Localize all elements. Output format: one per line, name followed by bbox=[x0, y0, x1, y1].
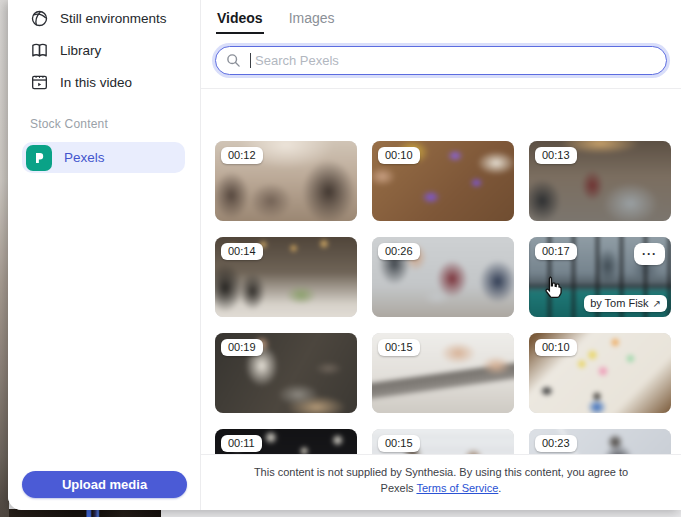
duration-badge: 00:13 bbox=[535, 147, 577, 164]
video-thumbnail[interactable]: 00:11 bbox=[215, 429, 357, 455]
video-thumbnail[interactable]: 00:19 bbox=[215, 333, 357, 413]
sidebar-item-label: Library bbox=[60, 43, 101, 58]
author-attribution-link[interactable]: by Tom Fisk ↗ bbox=[584, 295, 667, 312]
video-thumbnail[interactable]: 00:15 bbox=[372, 333, 514, 413]
sidebar-item-label: Still environments bbox=[60, 11, 167, 26]
duration-badge: 00:10 bbox=[535, 339, 577, 356]
video-thumbnail[interactable]: 00:13 bbox=[529, 141, 671, 221]
video-thumbnail[interactable]: 00:26 bbox=[372, 237, 514, 317]
duration-badge: 00:11 bbox=[221, 435, 262, 452]
pexels-logo-icon bbox=[26, 145, 52, 171]
more-options-button[interactable]: ··· bbox=[634, 243, 665, 265]
search-icon bbox=[226, 53, 241, 68]
editor-timeline-strip bbox=[4, 509, 161, 517]
video-thumbnail[interactable]: 00:12 bbox=[215, 141, 357, 221]
sidebar-item-library[interactable]: Library bbox=[8, 36, 200, 64]
sidebar-item-label: In this video bbox=[60, 75, 132, 90]
duration-badge: 00:15 bbox=[378, 339, 420, 356]
duration-badge: 00:10 bbox=[378, 147, 420, 164]
duration-badge: 00:15 bbox=[378, 435, 420, 452]
sidebar-item-label: Pexels bbox=[64, 150, 105, 165]
video-results-grid[interactable]: 00:12 00:10 00:13 00:14 00:26 00:17 bbox=[201, 89, 681, 455]
sidebar-item-still-environments[interactable]: Still environments bbox=[8, 4, 200, 32]
stock-content-section-title: Stock Content bbox=[30, 117, 108, 131]
duration-badge: 00:19 bbox=[221, 339, 263, 356]
book-icon bbox=[30, 41, 49, 60]
panorama-icon bbox=[30, 9, 49, 28]
video-thumbnail[interactable]: 00:14 bbox=[215, 237, 357, 317]
duration-badge: 00:26 bbox=[378, 243, 420, 260]
terms-of-service-link[interactable]: Terms of Service bbox=[416, 482, 498, 494]
stock-media-panel: Still environments Library In this vid bbox=[8, 0, 681, 510]
duration-badge: 00:23 bbox=[535, 435, 577, 452]
media-sidebar: Still environments Library In this vid bbox=[8, 0, 201, 510]
stock-content-area: Videos Images 00:12 00:10 00:13 bbox=[201, 0, 681, 510]
upload-media-button[interactable]: Upload media bbox=[22, 471, 187, 498]
attribution-label: by Tom Fisk bbox=[590, 297, 648, 309]
text-cursor bbox=[250, 53, 251, 68]
tab-videos[interactable]: Videos bbox=[216, 0, 264, 34]
video-thumbnail[interactable]: 00:23 bbox=[529, 429, 671, 455]
content-disclaimer-footer: This content is not supplied by Synthesi… bbox=[201, 454, 681, 510]
sidebar-item-pexels[interactable]: Pexels bbox=[22, 142, 185, 173]
film-frame-icon bbox=[30, 73, 49, 92]
search-input[interactable] bbox=[253, 52, 666, 69]
video-thumbnail[interactable]: 00:10 bbox=[529, 333, 671, 413]
video-thumbnail[interactable]: 00:10 bbox=[372, 141, 514, 221]
media-type-tabs: Videos Images bbox=[216, 0, 336, 34]
disclaimer-text-end: . bbox=[498, 482, 501, 494]
video-thumbnail[interactable]: 00:15 bbox=[372, 429, 514, 455]
duration-badge: 00:12 bbox=[221, 147, 263, 164]
search-box[interactable] bbox=[215, 46, 667, 75]
tab-images[interactable]: Images bbox=[288, 0, 336, 34]
duration-badge: 00:17 bbox=[535, 243, 577, 260]
sidebar-item-in-this-video[interactable]: In this video bbox=[8, 68, 200, 96]
duration-badge: 00:14 bbox=[221, 243, 263, 260]
video-thumbnail-hovered[interactable]: 00:17 ··· by Tom Fisk ↗ bbox=[529, 237, 671, 317]
external-link-icon: ↗ bbox=[653, 298, 661, 309]
